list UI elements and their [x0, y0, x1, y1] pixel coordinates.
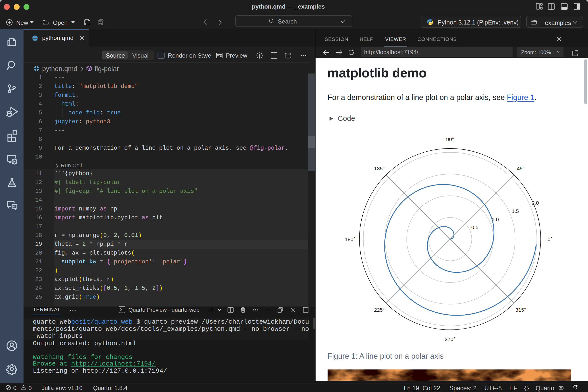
svg-text:135°: 135°: [374, 166, 385, 171]
svg-text:90°: 90°: [446, 136, 454, 142]
svg-text:0°: 0°: [548, 236, 552, 242]
svg-text:180°: 180°: [345, 236, 355, 242]
svg-text:45°: 45°: [517, 166, 525, 171]
svg-text:0.5: 0.5: [472, 224, 478, 230]
svg-text:1.0: 1.0: [492, 216, 499, 222]
svg-text:225°: 225°: [374, 307, 385, 312]
svg-text:270°: 270°: [445, 336, 455, 342]
svg-text:315°: 315°: [516, 307, 526, 312]
svg-text:1.5: 1.5: [512, 208, 519, 214]
svg-text:2.0: 2.0: [532, 200, 539, 206]
